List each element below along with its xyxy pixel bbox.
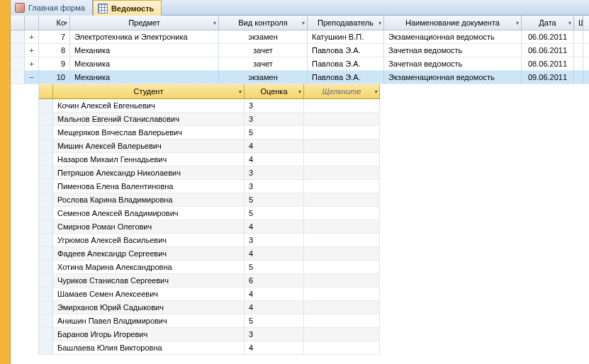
row-selector[interactable] xyxy=(39,234,53,246)
cell-grade[interactable]: 5 xyxy=(245,261,304,273)
cell-click[interactable] xyxy=(304,220,380,233)
dropdown-icon[interactable]: ▾ xyxy=(302,20,305,26)
col-header-ko[interactable]: Ко▾ xyxy=(39,16,70,30)
cell-student[interactable]: Мещеряков Вячеслав Валерьевич xyxy=(53,126,245,139)
col-header-teacher[interactable]: Преподаватель▾ xyxy=(308,16,384,30)
table-row[interactable]: Смирнов Роман Олегович4 xyxy=(39,220,380,234)
dropdown-icon[interactable]: ▾ xyxy=(298,89,301,95)
cell-grade[interactable]: 5 xyxy=(245,193,304,206)
col-header-docname[interactable]: Наименование документа▾ xyxy=(384,16,522,30)
col-header-date[interactable]: Дата▾ xyxy=(522,16,574,30)
table-row[interactable]: Баранов Игорь Игоревич3 xyxy=(39,328,380,341)
cell-click[interactable] xyxy=(304,140,380,152)
table-row[interactable]: Семенов Алексей Владимирович5 xyxy=(39,207,380,220)
cell-student[interactable]: Эмирханов Юрий Садыкович xyxy=(53,301,245,314)
table-row[interactable]: Чуриков Станислав Сергеевич6 xyxy=(39,274,380,288)
cell-control[interactable]: зачет xyxy=(219,57,308,70)
cell-grade[interactable]: 3 xyxy=(245,328,304,341)
cell-subject[interactable]: Механика xyxy=(70,71,219,84)
cell-grade[interactable]: 4 xyxy=(245,341,304,354)
cell-student[interactable]: Мишин Алексей Валерьевич xyxy=(53,140,245,152)
cell-ko[interactable]: 8 xyxy=(39,44,70,57)
table-row[interactable]: Анишин Павел Владимирович5 xyxy=(39,314,380,328)
table-row[interactable]: Угрюмов Алексей Васильевич3 xyxy=(39,234,380,247)
cell-date[interactable]: 09.06.2011 xyxy=(522,71,574,84)
dropdown-icon[interactable]: ▾ xyxy=(568,20,571,26)
cell-grade[interactable]: 3 xyxy=(245,234,304,246)
sub-select-all[interactable] xyxy=(39,84,53,98)
row-selector[interactable] xyxy=(39,113,53,125)
row-selector[interactable] xyxy=(39,328,53,341)
cell-click[interactable] xyxy=(304,341,380,354)
row-selector[interactable] xyxy=(39,314,53,327)
row-selector[interactable] xyxy=(39,193,53,206)
select-all-cell[interactable] xyxy=(11,16,25,30)
row-selector[interactable] xyxy=(39,126,53,139)
cell-student[interactable]: Смирнов Роман Олегович xyxy=(53,220,245,233)
cell-grade[interactable]: 3 xyxy=(245,99,304,112)
cell-student[interactable]: Рослова Карина Владимировна xyxy=(53,193,245,206)
cell-subject[interactable]: Механика xyxy=(70,57,219,70)
dropdown-icon[interactable]: ▾ xyxy=(213,20,216,26)
cell-teacher[interactable]: Павлова Э.А. xyxy=(308,44,384,57)
cell-date[interactable]: 08.06.2011 xyxy=(522,57,574,70)
cell-click[interactable] xyxy=(304,314,380,327)
cell-docname[interactable]: Экзаменационная ведомость xyxy=(384,30,522,43)
row-selector[interactable] xyxy=(39,140,53,152)
row-selector[interactable] xyxy=(39,99,53,112)
cell-date[interactable]: 06.06.2011 xyxy=(522,30,574,43)
cell-control[interactable]: экзамен xyxy=(219,30,308,43)
row-selector[interactable] xyxy=(39,207,53,220)
cell-student[interactable]: Кочин Алексей Евгеньевич xyxy=(53,99,245,112)
expand-toggle[interactable]: + xyxy=(25,57,39,70)
cell-student[interactable]: Петряшов Александр Николаевич xyxy=(53,166,245,179)
cell-grade[interactable]: 6 xyxy=(245,274,304,287)
cell-subject[interactable]: Электротехника и Электроника xyxy=(70,30,219,43)
row-selector[interactable] xyxy=(39,166,53,179)
expand-toggle[interactable]: + xyxy=(25,30,39,43)
table-row[interactable]: −10МеханикаэкзаменПавлова Э.А.Экзаменаци… xyxy=(11,71,589,84)
cell-student[interactable]: Анишин Павел Владимирович xyxy=(53,314,245,327)
table-row[interactable]: Рослова Карина Владимировна5 xyxy=(39,193,380,207)
cell-click[interactable] xyxy=(304,328,380,341)
table-row[interactable]: Пименова Елена Валентиновна3 xyxy=(39,180,380,193)
row-selector[interactable] xyxy=(11,57,25,70)
row-selector[interactable] xyxy=(39,274,53,287)
table-row[interactable]: Мальнов Евгений Станиславович3 xyxy=(39,113,380,126)
cell-student[interactable]: Мальнов Евгений Станиславович xyxy=(53,113,245,125)
cell-grade[interactable]: 5 xyxy=(245,314,304,327)
cell-teacher[interactable]: Павлова Э.А. xyxy=(308,71,384,84)
cell-click[interactable] xyxy=(304,180,380,193)
row-selector[interactable] xyxy=(11,30,25,43)
col-header-subject[interactable]: Предмет▾ xyxy=(70,16,219,30)
cell-grade[interactable]: 4 xyxy=(245,247,304,260)
dropdown-icon[interactable]: ▾ xyxy=(239,89,242,95)
cell-student[interactable]: Баранов Игорь Игоревич xyxy=(53,328,245,341)
cell-grade[interactable]: 4 xyxy=(245,301,304,314)
cell-teacher[interactable]: Катушкин В.П. xyxy=(308,30,384,43)
cell-click[interactable] xyxy=(304,153,380,166)
table-row[interactable]: Кочин Алексей Евгеньевич3 xyxy=(39,99,380,113)
row-selector[interactable] xyxy=(39,247,53,260)
cell-control[interactable]: зачет xyxy=(219,44,308,57)
cell-grade[interactable]: 4 xyxy=(245,140,304,152)
table-row[interactable]: Назаров Михаил Геннадьевич4 xyxy=(39,153,380,166)
table-row[interactable]: Башлаева Юлия Викторовна4 xyxy=(39,341,380,355)
table-row[interactable]: +7Электротехника и ЭлектроникаэкзаменКат… xyxy=(11,30,589,44)
cell-student[interactable]: Назаров Михаил Геннадьевич xyxy=(53,153,245,166)
cell-click[interactable] xyxy=(304,247,380,260)
table-row[interactable]: Шамаев Семен Алексеевич4 xyxy=(39,288,380,301)
cell-click[interactable] xyxy=(304,126,380,139)
cell-grade[interactable]: 4 xyxy=(245,220,304,233)
cell-docname[interactable]: Зачетная ведомость xyxy=(384,57,522,70)
table-row[interactable]: Петряшов Александр Николаевич3 xyxy=(39,166,380,180)
cell-ko[interactable]: 10 xyxy=(39,71,70,84)
cell-click[interactable] xyxy=(304,274,380,287)
row-selector[interactable] xyxy=(39,220,53,233)
col-header-student[interactable]: Студент▾ xyxy=(53,84,245,98)
cell-grade[interactable]: 3 xyxy=(245,180,304,193)
cell-student[interactable]: Угрюмов Алексей Васильевич xyxy=(53,234,245,246)
row-selector[interactable] xyxy=(39,341,53,354)
row-selector[interactable] xyxy=(39,153,53,166)
cell-teacher[interactable]: Павлова Э.А. xyxy=(308,57,384,70)
